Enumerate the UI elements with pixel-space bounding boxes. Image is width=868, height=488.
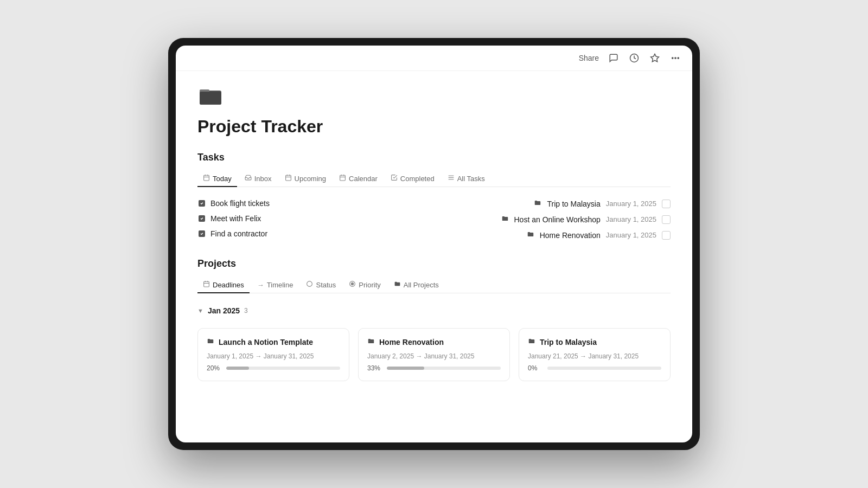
priority-tab-icon <box>349 280 356 289</box>
project-card-2-folder-icon <box>367 337 375 347</box>
project-card-2[interactable]: Home Renovation January 2, 2025 → Januar… <box>358 328 510 381</box>
tab-status[interactable]: Status <box>301 277 341 293</box>
tasks-tabs: Today Inbox <box>197 171 671 187</box>
chevron-down-icon: ▼ <box>197 307 203 314</box>
task-project-3: Home Renovation <box>540 231 601 240</box>
project-card-1-folder-icon <box>207 337 214 347</box>
top-bar: Share <box>176 46 692 71</box>
project-card-2-dates: January 2, 2025 → January 31, 2025 <box>367 352 501 360</box>
task-label-1: Book flight tickets <box>210 199 270 208</box>
tab-upcoming[interactable]: Upcoming <box>279 171 332 187</box>
tab-calendar[interactable]: Calendar <box>334 171 383 187</box>
tasks-heading: Tasks <box>197 152 671 163</box>
svg-point-30 <box>307 281 312 287</box>
tasks-right: Trip to Malaysia January 1, 2025 Host an… <box>439 196 671 243</box>
completed-tab-icon <box>391 174 398 183</box>
tab-deadlines-label: Deadlines <box>213 281 244 289</box>
projects-tabs: Deadlines → Timeline Status <box>197 277 671 293</box>
progress-bar-bg-1 <box>226 367 340 370</box>
tablet-shell: Share <box>168 38 700 450</box>
tablet-screen: Share <box>176 46 692 442</box>
task-checkbox-3[interactable] <box>662 231 671 240</box>
task-folder-icon-2 <box>501 215 509 224</box>
today-tab-icon <box>203 174 210 183</box>
progress-label-1: 20% <box>207 364 222 372</box>
page-title: Project Tracker <box>197 117 671 137</box>
project-cards: Launch a Notion Template January 1, 2025… <box>197 328 671 381</box>
group-header[interactable]: ▼ Jan 2025 3 <box>197 302 671 319</box>
tab-priority[interactable]: Priority <box>343 277 386 293</box>
tab-all-tasks[interactable]: All Tasks <box>442 171 490 187</box>
task-checked-icon-1 <box>197 199 206 208</box>
project-card-3-folder-icon <box>528 337 535 347</box>
svg-point-2 <box>672 57 673 59</box>
tab-all-projects[interactable]: All Projects <box>388 277 444 293</box>
task-row: Find a contractor <box>197 226 429 241</box>
tab-status-label: Status <box>316 281 336 289</box>
svg-rect-16 <box>340 175 346 181</box>
task-date-2: January 1, 2025 <box>606 215 656 223</box>
tasks-section: Tasks Today <box>197 152 671 243</box>
project-card-1-progress: 20% <box>207 364 340 372</box>
project-card-3[interactable]: Trip to Malaysia January 21, 2025 → Janu… <box>519 328 671 381</box>
task-folder-icon-3 <box>527 230 534 240</box>
task-right-row-1: Trip to Malaysia January 1, 2025 <box>439 196 671 211</box>
tab-completed-label: Completed <box>400 175 435 183</box>
task-project-1: Trip to Malaysia <box>547 200 600 208</box>
tab-all-projects-label: All Projects <box>404 281 439 289</box>
upcoming-tab-icon <box>285 174 292 183</box>
page-icon <box>197 82 224 108</box>
projects-section: Projects Deadlines <box>197 258 671 381</box>
project-card-3-header: Trip to Malaysia <box>528 337 661 347</box>
history-icon[interactable] <box>628 52 640 64</box>
projects-heading: Projects <box>197 258 671 269</box>
tasks-left: Book flight tickets Meet with Felix <box>197 196 429 243</box>
deadlines-tab-icon <box>203 280 210 289</box>
timeline-tab-icon: → <box>257 281 264 289</box>
tab-upcoming-label: Upcoming <box>295 175 327 183</box>
share-button[interactable]: Share <box>579 54 599 62</box>
status-tab-icon <box>306 280 313 289</box>
progress-bar-fill-1 <box>226 367 249 370</box>
svg-rect-26 <box>204 281 209 287</box>
progress-bar-fill-2 <box>387 367 424 370</box>
calendar-tab-icon <box>339 174 346 183</box>
all-tasks-tab-icon <box>448 174 455 183</box>
tab-completed[interactable]: Completed <box>385 171 440 187</box>
project-card-1-header: Launch a Notion Template <box>207 337 340 347</box>
svg-point-4 <box>678 57 679 59</box>
tab-timeline[interactable]: → Timeline <box>252 278 299 293</box>
tab-inbox[interactable]: Inbox <box>239 171 277 187</box>
project-card-2-header: Home Renovation <box>367 337 501 347</box>
project-card-3-name: Trip to Malaysia <box>540 338 597 346</box>
star-icon[interactable] <box>649 52 661 64</box>
task-checkbox-2[interactable] <box>662 215 671 224</box>
more-options-icon[interactable] <box>669 52 681 64</box>
svg-rect-8 <box>204 175 209 181</box>
tab-all-tasks-label: All Tasks <box>457 175 485 183</box>
tab-today[interactable]: Today <box>197 171 237 187</box>
progress-bar-bg-2 <box>387 367 501 370</box>
tasks-container: Book flight tickets Meet with Felix <box>197 196 671 243</box>
progress-bar-bg-3 <box>547 367 661 370</box>
svg-marker-1 <box>651 54 659 62</box>
task-checked-icon-3 <box>197 229 206 238</box>
svg-rect-12 <box>285 175 291 181</box>
project-card-2-progress: 33% <box>367 364 501 372</box>
tab-deadlines[interactable]: Deadlines <box>197 277 250 293</box>
tab-inbox-label: Inbox <box>254 175 272 183</box>
task-checkbox-1[interactable] <box>662 200 671 208</box>
main-content: Project Tracker Tasks <box>176 71 692 442</box>
project-card-1[interactable]: Launch a Notion Template January 1, 2025… <box>197 328 349 381</box>
all-projects-tab-icon <box>394 280 401 289</box>
group-count: 3 <box>244 307 248 314</box>
comment-icon[interactable] <box>608 52 620 64</box>
tab-priority-label: Priority <box>359 281 380 289</box>
project-card-1-dates: January 1, 2025 → January 31, 2025 <box>207 352 340 360</box>
task-checked-icon-2 <box>197 214 206 223</box>
inbox-tab-icon <box>245 174 252 183</box>
task-row: Book flight tickets <box>197 196 429 211</box>
task-row: Meet with Felix <box>197 211 429 226</box>
svg-rect-7 <box>200 92 221 105</box>
group-label: Jan 2025 <box>208 306 240 315</box>
